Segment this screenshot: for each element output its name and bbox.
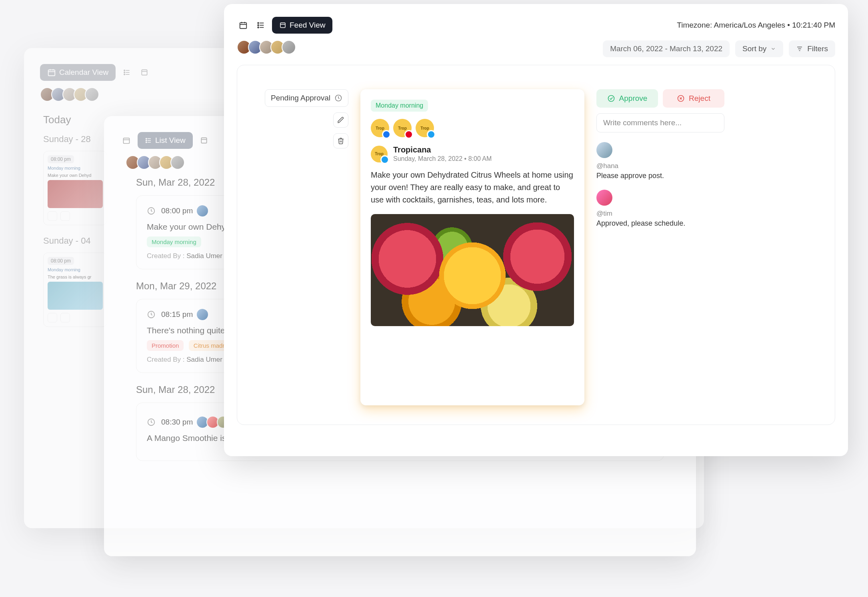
clock-icon [334, 94, 342, 102]
svg-rect-12 [124, 138, 130, 143]
filters-button[interactable]: Filters [789, 40, 835, 57]
preview-text: Make your own Dehyd [48, 173, 103, 178]
approve-button[interactable]: Approve [596, 89, 658, 108]
label: List View [155, 136, 186, 145]
avatar[interactable] [282, 40, 296, 54]
post-timestamp: Sunday, March 28, 2022 • 8:00 AM [393, 155, 492, 162]
reject-button[interactable]: Reject [663, 89, 724, 108]
edit-button[interactable] [333, 112, 348, 128]
list-view-button[interactable]: List View [138, 132, 193, 149]
tag: Promotion [147, 340, 184, 351]
time-pill: 08:00 pm [48, 257, 74, 265]
feed-view-panel: Feed View Timezone: America/Los Angeles … [224, 4, 848, 456]
svg-point-17 [146, 138, 147, 139]
svg-point-32 [258, 22, 259, 24]
calendar-view-icon-button[interactable] [120, 134, 133, 147]
comment-item: @tim Approved, please schedule. [596, 190, 724, 228]
clock-icon [147, 310, 156, 319]
list-view-icon-button[interactable] [120, 66, 133, 79]
action-row: Approve Reject [596, 89, 724, 108]
comment-icon[interactable] [60, 211, 70, 221]
avatar[interactable] [170, 155, 185, 170]
thumbnail [48, 180, 103, 208]
commenter-avatar [596, 190, 612, 206]
account-avatar [196, 308, 209, 321]
account-avatar [196, 204, 209, 217]
date-range-picker[interactable]: March 06, 2022 - March 13, 2022 [603, 40, 730, 57]
trash-icon [337, 137, 344, 144]
feed-right-column: Approve Reject Write comments here... @h… [596, 89, 724, 405]
time-pill: 08:00 pm [48, 155, 74, 163]
svg-point-19 [146, 142, 147, 142]
edit-icon[interactable] [48, 313, 57, 323]
feed-icon [279, 22, 286, 29]
pinterest-icon [404, 130, 413, 139]
calendar-icon [239, 21, 248, 30]
edit-icon[interactable] [48, 211, 57, 221]
svg-point-18 [146, 140, 147, 141]
feed-body: Pending Approval Monday morning Trop Tro… [237, 65, 835, 425]
feed-view-button[interactable]: Feed View [272, 17, 332, 34]
label: Sort by [742, 44, 766, 53]
list-icon [123, 68, 131, 76]
list-view-icon-button[interactable] [254, 19, 267, 32]
calendar-view-button[interactable]: Calendar View [40, 64, 116, 81]
account-icons: Trop Trop Trop [371, 119, 574, 137]
clock-icon [147, 206, 156, 215]
sort-by-dropdown[interactable]: Sort by [735, 40, 783, 57]
chevron-down-icon [770, 46, 776, 52]
svg-rect-35 [280, 23, 285, 28]
comment-input[interactable]: Write comments here... [596, 113, 724, 132]
twitter-icon [380, 155, 389, 164]
author-avatar: Trop [371, 146, 388, 162]
svg-point-9 [124, 74, 125, 75]
svg-point-7 [124, 70, 125, 71]
feed-left-column: Pending Approval [256, 89, 348, 405]
label: Feed View [290, 21, 325, 30]
tag: Monday morning [147, 236, 201, 247]
svg-point-33 [258, 25, 259, 26]
feed-view-icon-button[interactable] [138, 66, 151, 79]
calendar-card[interactable]: 08:00 pm Monday morning Make your own De… [43, 151, 107, 225]
thumbnail [48, 282, 103, 310]
calendar-card[interactable]: 08:00 pm Monday morning The grass is alw… [43, 252, 107, 327]
collaborator-avatars [237, 40, 296, 54]
svg-rect-0 [48, 70, 55, 76]
comment-text: Please approve post. [596, 172, 724, 180]
tag: Monday morning [48, 166, 103, 170]
clock-icon [147, 418, 156, 427]
author-name: Tropicana [393, 145, 492, 154]
comment-user: @tim [596, 210, 724, 218]
delete-button[interactable] [333, 133, 348, 148]
timezone-display: Timezone: America/Los Angeles • 10:21:40… [677, 21, 835, 30]
label: Filters [807, 44, 828, 53]
avatar[interactable] [85, 87, 99, 102]
post-card: Monday morning Trop Trop Trop Trop Tropi… [360, 89, 584, 405]
post-header: Trop Tropicana Sunday, March 28, 2022 • … [371, 145, 574, 162]
sub-toolbar: March 06, 2022 - March 13, 2022 Sort by … [237, 40, 835, 58]
twitter-icon [427, 130, 436, 139]
account-chip-pinterest[interactable]: Trop [393, 119, 412, 137]
comment-icon[interactable] [60, 313, 70, 323]
calendar-icon [122, 136, 130, 144]
label: Approve [619, 94, 648, 103]
preview-text: The grass is always gr [48, 274, 103, 279]
post-image [371, 214, 574, 326]
status-label: Pending Approval [271, 94, 330, 102]
account-chip-twitter[interactable]: Trop [416, 119, 434, 137]
svg-point-8 [124, 72, 125, 73]
tag: Monday morning [48, 267, 103, 272]
x-circle-icon [677, 94, 685, 102]
feed-view-icon-button[interactable] [198, 134, 210, 147]
svg-rect-20 [201, 138, 206, 143]
account-chip-facebook[interactable]: Trop [371, 119, 389, 137]
list-icon [256, 21, 265, 30]
post-tag: Monday morning [371, 100, 428, 112]
time: 08:15 pm [161, 310, 193, 319]
calendar-view-icon-button[interactable] [237, 19, 250, 32]
facebook-icon [382, 130, 391, 139]
svg-rect-10 [142, 70, 147, 75]
commenter-avatar [596, 142, 612, 158]
label: Reject [689, 94, 710, 103]
status-pill: Pending Approval [265, 89, 348, 107]
